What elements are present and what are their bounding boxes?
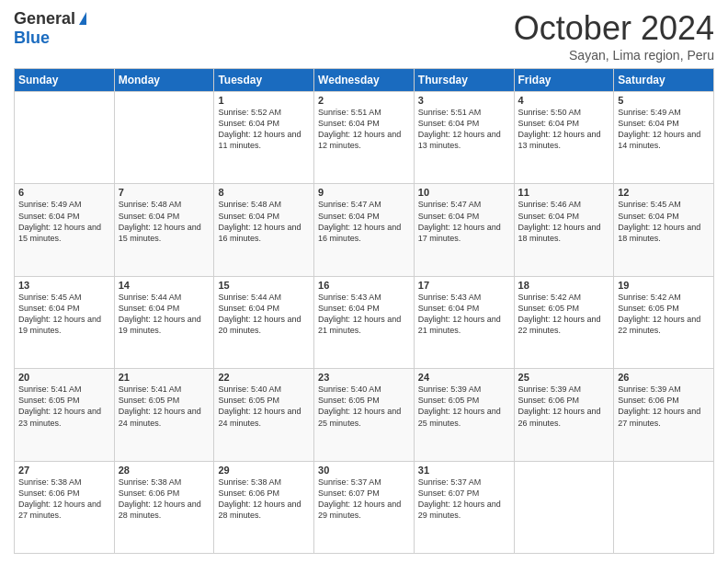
day-info: Sunrise: 5:40 AMSunset: 6:05 PMDaylight:… bbox=[218, 385, 301, 427]
calendar-day-cell: 14Sunrise: 5:44 AMSunset: 6:04 PMDayligh… bbox=[114, 276, 214, 368]
day-info: Sunrise: 5:49 AMSunset: 6:04 PMDaylight:… bbox=[18, 200, 101, 242]
calendar-day-cell: 24Sunrise: 5:39 AMSunset: 6:05 PMDayligh… bbox=[414, 369, 514, 461]
calendar-week-row: 6Sunrise: 5:49 AMSunset: 6:04 PMDaylight… bbox=[15, 184, 714, 276]
calendar-day-cell: 18Sunrise: 5:42 AMSunset: 6:05 PMDayligh… bbox=[514, 276, 614, 368]
day-number: 9 bbox=[318, 187, 410, 198]
calendar-day-cell: 30Sunrise: 5:37 AMSunset: 6:07 PMDayligh… bbox=[314, 461, 415, 553]
day-number: 14 bbox=[119, 280, 210, 291]
day-number: 8 bbox=[218, 187, 310, 198]
calendar-day-cell: 5Sunrise: 5:49 AMSunset: 6:04 PMDaylight… bbox=[614, 92, 714, 184]
logo-blue-text: Blue bbox=[14, 29, 50, 48]
day-info: Sunrise: 5:42 AMSunset: 6:05 PMDaylight:… bbox=[518, 293, 601, 335]
calendar-day-cell: 1Sunrise: 5:52 AMSunset: 6:04 PMDaylight… bbox=[214, 92, 314, 184]
title-section: October 2024 Sayan, Lima region, Peru bbox=[514, 9, 714, 63]
day-info: Sunrise: 5:39 AMSunset: 6:06 PMDaylight:… bbox=[518, 385, 601, 427]
day-info: Sunrise: 5:48 AMSunset: 6:04 PMDaylight:… bbox=[218, 200, 301, 242]
calendar-week-row: 13Sunrise: 5:45 AMSunset: 6:04 PMDayligh… bbox=[15, 276, 714, 368]
day-number: 29 bbox=[218, 465, 310, 476]
day-info: Sunrise: 5:47 AMSunset: 6:04 PMDaylight:… bbox=[418, 200, 501, 242]
day-number: 22 bbox=[218, 372, 310, 383]
calendar-day-cell: 12Sunrise: 5:45 AMSunset: 6:04 PMDayligh… bbox=[614, 184, 714, 276]
day-info: Sunrise: 5:38 AMSunset: 6:06 PMDaylight:… bbox=[218, 477, 301, 520]
calendar-day-cell: 31Sunrise: 5:37 AMSunset: 6:07 PMDayligh… bbox=[414, 461, 514, 553]
logo: General Blue bbox=[14, 9, 86, 48]
day-number: 19 bbox=[618, 280, 710, 291]
day-info: Sunrise: 5:49 AMSunset: 6:04 PMDaylight:… bbox=[618, 108, 700, 150]
calendar-day-cell: 10Sunrise: 5:47 AMSunset: 6:04 PMDayligh… bbox=[414, 184, 514, 276]
weekday-header: Monday bbox=[114, 69, 214, 92]
day-info: Sunrise: 5:37 AMSunset: 6:07 PMDaylight:… bbox=[418, 477, 501, 520]
day-number: 6 bbox=[18, 187, 110, 198]
calendar-week-row: 1Sunrise: 5:52 AMSunset: 6:04 PMDaylight… bbox=[15, 92, 714, 184]
day-number: 10 bbox=[418, 187, 510, 198]
header: General Blue October 2024 Sayan, Lima re… bbox=[14, 9, 714, 63]
calendar-day-cell: 15Sunrise: 5:44 AMSunset: 6:04 PMDayligh… bbox=[214, 276, 314, 368]
weekday-header: Wednesday bbox=[314, 69, 415, 92]
logo-general-text: General bbox=[14, 9, 75, 29]
weekday-header: Thursday bbox=[414, 69, 514, 92]
day-number: 28 bbox=[119, 465, 210, 476]
day-info: Sunrise: 5:52 AMSunset: 6:04 PMDaylight:… bbox=[218, 108, 301, 150]
day-info: Sunrise: 5:45 AMSunset: 6:04 PMDaylight:… bbox=[18, 293, 101, 335]
location-subtitle: Sayan, Lima region, Peru bbox=[514, 48, 714, 63]
day-number: 16 bbox=[318, 280, 410, 291]
day-number: 7 bbox=[119, 187, 210, 198]
page: General Blue October 2024 Sayan, Lima re… bbox=[0, 0, 728, 563]
day-number: 12 bbox=[618, 187, 710, 198]
day-info: Sunrise: 5:38 AMSunset: 6:06 PMDaylight:… bbox=[119, 477, 201, 520]
day-number: 18 bbox=[518, 280, 610, 291]
day-number: 3 bbox=[418, 95, 510, 106]
day-info: Sunrise: 5:46 AMSunset: 6:04 PMDaylight:… bbox=[518, 200, 601, 242]
day-info: Sunrise: 5:48 AMSunset: 6:04 PMDaylight:… bbox=[119, 200, 201, 242]
calendar-day-cell: 4Sunrise: 5:50 AMSunset: 6:04 PMDaylight… bbox=[514, 92, 614, 184]
day-number: 24 bbox=[418, 372, 510, 383]
calendar-day-cell: 2Sunrise: 5:51 AMSunset: 6:04 PMDaylight… bbox=[314, 92, 415, 184]
calendar-day-cell bbox=[15, 92, 115, 184]
calendar-week-row: 20Sunrise: 5:41 AMSunset: 6:05 PMDayligh… bbox=[15, 369, 714, 461]
day-number: 17 bbox=[418, 280, 510, 291]
calendar-day-cell: 25Sunrise: 5:39 AMSunset: 6:06 PMDayligh… bbox=[514, 369, 614, 461]
day-number: 1 bbox=[218, 95, 310, 106]
day-info: Sunrise: 5:39 AMSunset: 6:05 PMDaylight:… bbox=[418, 385, 501, 427]
day-number: 25 bbox=[518, 372, 610, 383]
day-number: 30 bbox=[318, 465, 410, 476]
calendar-day-cell: 28Sunrise: 5:38 AMSunset: 6:06 PMDayligh… bbox=[114, 461, 214, 553]
calendar-day-cell bbox=[614, 461, 714, 553]
day-info: Sunrise: 5:47 AMSunset: 6:04 PMDaylight:… bbox=[318, 200, 401, 242]
day-number: 26 bbox=[618, 372, 710, 383]
weekday-header: Sunday bbox=[15, 69, 115, 92]
day-info: Sunrise: 5:41 AMSunset: 6:05 PMDaylight:… bbox=[119, 385, 201, 427]
calendar-day-cell: 9Sunrise: 5:47 AMSunset: 6:04 PMDaylight… bbox=[314, 184, 415, 276]
weekday-header: Saturday bbox=[614, 69, 714, 92]
calendar-day-cell: 11Sunrise: 5:46 AMSunset: 6:04 PMDayligh… bbox=[514, 184, 614, 276]
calendar-day-cell: 3Sunrise: 5:51 AMSunset: 6:04 PMDaylight… bbox=[414, 92, 514, 184]
day-number: 5 bbox=[618, 95, 710, 106]
logo-triangle-icon bbox=[79, 12, 86, 25]
day-number: 20 bbox=[18, 372, 110, 383]
month-title: October 2024 bbox=[514, 9, 714, 48]
calendar-day-cell: 21Sunrise: 5:41 AMSunset: 6:05 PMDayligh… bbox=[114, 369, 214, 461]
day-info: Sunrise: 5:51 AMSunset: 6:04 PMDaylight:… bbox=[318, 108, 401, 150]
day-info: Sunrise: 5:42 AMSunset: 6:05 PMDaylight:… bbox=[618, 293, 700, 335]
day-number: 31 bbox=[418, 465, 510, 476]
day-info: Sunrise: 5:51 AMSunset: 6:04 PMDaylight:… bbox=[418, 108, 501, 150]
day-number: 2 bbox=[318, 95, 410, 106]
calendar-day-cell: 6Sunrise: 5:49 AMSunset: 6:04 PMDaylight… bbox=[15, 184, 115, 276]
day-info: Sunrise: 5:44 AMSunset: 6:04 PMDaylight:… bbox=[119, 293, 201, 335]
calendar-day-cell: 23Sunrise: 5:40 AMSunset: 6:05 PMDayligh… bbox=[314, 369, 415, 461]
day-info: Sunrise: 5:45 AMSunset: 6:04 PMDaylight:… bbox=[618, 200, 700, 242]
day-info: Sunrise: 5:43 AMSunset: 6:04 PMDaylight:… bbox=[318, 293, 401, 335]
calendar-day-cell bbox=[114, 92, 214, 184]
calendar-day-cell: 22Sunrise: 5:40 AMSunset: 6:05 PMDayligh… bbox=[214, 369, 314, 461]
day-info: Sunrise: 5:38 AMSunset: 6:06 PMDaylight:… bbox=[18, 477, 101, 520]
day-number: 21 bbox=[119, 372, 210, 383]
calendar-day-cell: 8Sunrise: 5:48 AMSunset: 6:04 PMDaylight… bbox=[214, 184, 314, 276]
weekday-header: Friday bbox=[514, 69, 614, 92]
day-number: 13 bbox=[18, 280, 110, 291]
day-info: Sunrise: 5:37 AMSunset: 6:07 PMDaylight:… bbox=[318, 477, 401, 520]
day-info: Sunrise: 5:43 AMSunset: 6:04 PMDaylight:… bbox=[418, 293, 501, 335]
calendar-day-cell: 26Sunrise: 5:39 AMSunset: 6:06 PMDayligh… bbox=[614, 369, 714, 461]
day-number: 23 bbox=[318, 372, 410, 383]
calendar-day-cell: 16Sunrise: 5:43 AMSunset: 6:04 PMDayligh… bbox=[314, 276, 415, 368]
day-info: Sunrise: 5:44 AMSunset: 6:04 PMDaylight:… bbox=[218, 293, 301, 335]
